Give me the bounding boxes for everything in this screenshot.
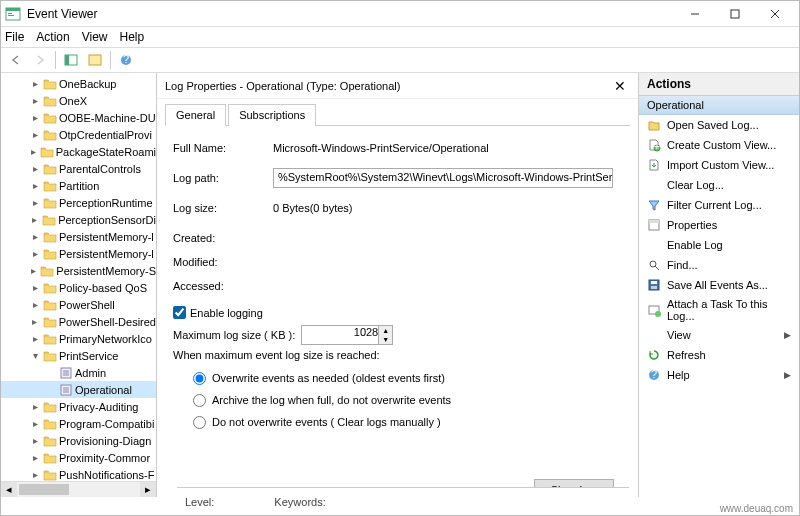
tree-node[interactable]: ▸PersistentMemory-l	[1, 245, 156, 262]
action-create-custom-view[interactable]: +Create Custom View...	[639, 135, 799, 155]
tree-node[interactable]: Admin	[1, 364, 156, 381]
tree-node[interactable]: Operational	[1, 381, 156, 398]
tree-node[interactable]: ▸PackageStateRoami	[1, 143, 156, 160]
details-pane: Level: Keywords:	[177, 487, 629, 515]
show-hide-button[interactable]	[60, 50, 82, 70]
enable-logging-checkbox[interactable]: Enable logging	[173, 306, 622, 319]
action-clear-log[interactable]: Clear Log...	[639, 175, 799, 195]
tab-general[interactable]: General	[165, 104, 226, 126]
help-button[interactable]: ?	[115, 50, 137, 70]
tree-h-scrollbar[interactable]: ◂▸	[1, 481, 156, 497]
expand-icon[interactable]: ▸	[29, 129, 41, 140]
svg-rect-29	[651, 286, 657, 289]
folder-icon	[43, 435, 57, 447]
action-save-all-events-as[interactable]: Save All Events As...	[639, 275, 799, 295]
folder-icon	[43, 163, 57, 175]
tree-node[interactable]: ▸PerceptionRuntime	[1, 194, 156, 211]
modified-label: Modified:	[173, 256, 273, 268]
tree-node[interactable]: ▸PerceptionSensorDi	[1, 211, 156, 228]
actions-header: Actions	[639, 73, 799, 96]
tree-node[interactable]: ▸OOBE-Machine-DU	[1, 109, 156, 126]
action-import-custom-view[interactable]: Import Custom View...	[639, 155, 799, 175]
dialog-close-icon[interactable]: ✕	[610, 76, 630, 96]
menu-help[interactable]: Help	[120, 30, 145, 44]
expand-icon[interactable]: ▸	[29, 299, 41, 310]
expand-icon[interactable]: ▸	[29, 469, 41, 480]
tree-node[interactable]: ▸PersistentMemory-l	[1, 228, 156, 245]
filter-icon	[647, 198, 661, 212]
close-button[interactable]	[755, 2, 795, 26]
tree-node[interactable]: ▸PrimaryNetworkIco	[1, 330, 156, 347]
tree-node[interactable]: ▸Privacy-Auditing	[1, 398, 156, 415]
folder-icon	[40, 146, 54, 158]
action-properties[interactable]: Properties	[639, 215, 799, 235]
expand-icon[interactable]: ▸	[29, 418, 41, 429]
tree-node[interactable]: ▸Policy-based QoS	[1, 279, 156, 296]
logsize-value: 0 Bytes(0 bytes)	[273, 202, 352, 214]
spinner-up-icon[interactable]: ▲	[379, 326, 392, 335]
expand-icon[interactable]: ▸	[29, 333, 41, 344]
menu-action[interactable]: Action	[36, 30, 69, 44]
properties-button[interactable]	[84, 50, 106, 70]
action-open-saved-log[interactable]: Open Saved Log...	[639, 115, 799, 135]
logpath-input[interactable]: %SystemRoot%\System32\Winevt\Logs\Micros…	[273, 168, 613, 188]
expand-icon[interactable]: ▸	[29, 214, 40, 225]
expand-icon[interactable]: ▸	[29, 163, 41, 174]
refresh-icon	[647, 348, 661, 362]
action-find[interactable]: Find...	[639, 255, 799, 275]
maximize-button[interactable]	[715, 2, 755, 26]
forward-button[interactable]	[29, 50, 51, 70]
action-view[interactable]: View▶	[639, 325, 799, 345]
tab-subscriptions[interactable]: Subscriptions	[228, 104, 316, 126]
tree-node[interactable]: ▸PowerShell-Desired	[1, 313, 156, 330]
expand-icon[interactable]: ▾	[29, 350, 41, 361]
svg-rect-28	[651, 281, 657, 284]
tree-node[interactable]: ▸ParentalControls	[1, 160, 156, 177]
action-attach-a-task-to-this-log[interactable]: Attach a Task To this Log...	[639, 295, 799, 325]
tree-node[interactable]: ▸Partition	[1, 177, 156, 194]
tree-node[interactable]: ▸Program-Compatibi	[1, 415, 156, 432]
radio-archive[interactable]: Archive the log when full, do not overwr…	[193, 389, 622, 411]
expand-icon[interactable]: ▸	[29, 265, 38, 276]
expand-icon[interactable]: ▸	[29, 78, 41, 89]
tree-node[interactable]: ▸OneBackup	[1, 75, 156, 92]
back-button[interactable]	[5, 50, 27, 70]
watermark: www.deuaq.com	[720, 503, 793, 514]
tree-node[interactable]: ▸PersistentMemory-S	[1, 262, 156, 279]
expand-icon[interactable]: ▸	[29, 435, 41, 446]
props-icon	[647, 218, 661, 232]
expand-icon[interactable]: ▸	[29, 401, 41, 412]
app-icon	[5, 6, 21, 22]
tree-node[interactable]: ▸OtpCredentialProvi	[1, 126, 156, 143]
expand-icon[interactable]: ▸	[29, 316, 41, 327]
radio-noclear[interactable]: Do not overwrite events ( Clear logs man…	[193, 411, 622, 433]
folder-icon	[43, 129, 57, 141]
log-icon	[59, 367, 73, 379]
tree-node[interactable]: ▸Provisioning-Diagn	[1, 432, 156, 449]
radio-overwrite[interactable]: Overwrite events as needed (oldest event…	[193, 367, 622, 389]
expand-icon[interactable]: ▸	[29, 197, 41, 208]
menu-file[interactable]: File	[5, 30, 24, 44]
expand-icon[interactable]: ▸	[29, 146, 38, 157]
tree-node[interactable]: ▸PowerShell	[1, 296, 156, 313]
spinner-down-icon[interactable]: ▼	[379, 335, 392, 344]
expand-icon[interactable]: ▸	[29, 231, 41, 242]
expand-icon[interactable]: ▸	[29, 452, 41, 463]
action-refresh[interactable]: Refresh	[639, 345, 799, 365]
action-enable-log[interactable]: Enable Log	[639, 235, 799, 255]
tree-node[interactable]: ▸Proximity-Commor	[1, 449, 156, 466]
expand-icon[interactable]: ▸	[29, 248, 41, 259]
tree-node[interactable]: ▸OneX	[1, 92, 156, 109]
menu-view[interactable]: View	[82, 30, 108, 44]
expand-icon[interactable]: ▸	[29, 95, 41, 106]
action-help[interactable]: ?Help▶	[639, 365, 799, 385]
expand-icon[interactable]: ▸	[29, 180, 41, 191]
expand-icon[interactable]: ▸	[29, 282, 41, 293]
expand-icon[interactable]: ▸	[29, 112, 41, 123]
action-filter-current-log[interactable]: Filter Current Log...	[639, 195, 799, 215]
minimize-button[interactable]	[675, 2, 715, 26]
maxsize-spinner[interactable]: 1028▲▼	[301, 325, 393, 345]
folder-icon	[43, 452, 57, 464]
menu-bar: File Action View Help	[1, 27, 799, 47]
tree-node[interactable]: ▾PrintService	[1, 347, 156, 364]
